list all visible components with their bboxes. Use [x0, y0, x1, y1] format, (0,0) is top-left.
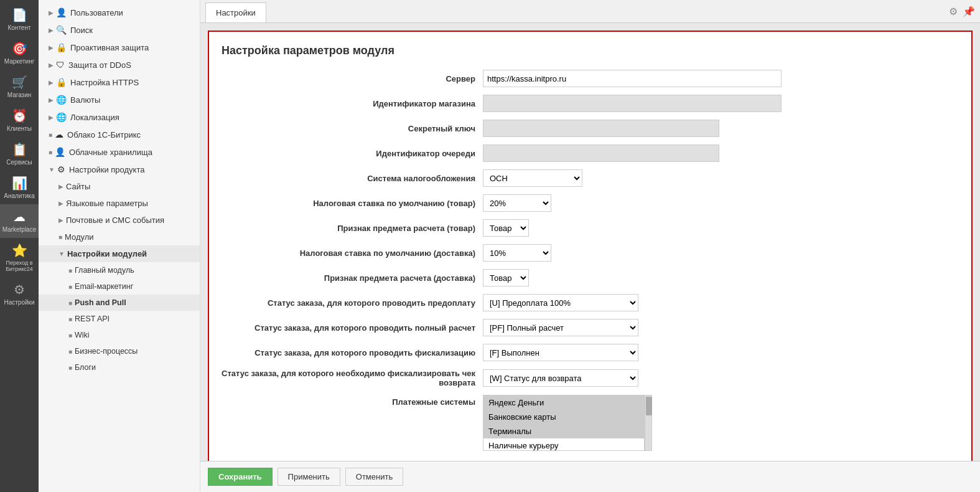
nav-item-modulesettings[interactable]: ▼ Настройки модулей — [39, 245, 200, 262]
control-secretkey — [483, 120, 782, 137]
tab-action-icons: ⚙ 📌 — [949, 6, 975, 17]
nav-item-restapi[interactable]: ■ REST API — [39, 311, 200, 327]
main-content: Настройки ⚙ 📌 Настройка параметров модул… — [200, 0, 980, 492]
select-statusprepay[interactable]: [U] Предоплата 100% [N] Новый [P] Принят — [483, 294, 638, 311]
sidebar-item-label: Контент — [7, 24, 30, 31]
tab-bar: Настройки ⚙ 📌 — [200, 0, 980, 23]
gear-icon[interactable]: ⚙ — [949, 6, 958, 17]
apply-button[interactable]: Применить — [278, 468, 340, 486]
nav-item-cloud[interactable]: ■ ☁ Облако 1С-Битрикс — [39, 126, 200, 143]
sidebar-item-clients[interactable]: ⏰ Клиенты — [0, 103, 39, 137]
select-calcsigndelivery[interactable]: Товар Услуга — [483, 269, 529, 286]
nav-item-https[interactable]: ▶ 🔒 Настройка HTTPS — [39, 73, 200, 91]
nav-item-users[interactable]: ▶ 👤 Пользователи — [39, 4, 200, 21]
payment-item-cards[interactable]: Банковские карты — [483, 410, 644, 424]
arrow-icon: ▶ — [58, 183, 63, 190]
cloud-icon: ☁ — [55, 130, 63, 140]
pin-icon[interactable]: 📌 — [963, 6, 975, 17]
input-server[interactable] — [483, 70, 782, 87]
users-icon: 👤 — [56, 7, 67, 17]
bitrix24-icon: ⭐ — [12, 243, 27, 258]
save-button[interactable]: Сохранить — [208, 468, 273, 486]
select-taxsystem[interactable]: ОСН УСН доход УСН расход — [483, 169, 582, 187]
cancel-button[interactable]: Отменить — [345, 468, 403, 486]
nav-item-modules[interactable]: ■ Модули — [39, 229, 200, 245]
arrow-icon: ■ — [58, 234, 62, 240]
nav-item-label: Облачные хранилища — [69, 148, 152, 157]
input-queueid[interactable] — [483, 144, 719, 162]
nav-item-ddos[interactable]: ▶ 🛡 Защита от DDoS — [39, 56, 200, 73]
form-row-taxsystem: Система налогообложения ОСН УСН доход УС… — [222, 169, 959, 187]
nav-item-label: Главный модуль — [75, 266, 134, 275]
label-taxrategoods: Налоговая ставка по умолчанию (товар) — [222, 199, 483, 208]
form-row-taxrategoods: Налоговая ставка по умолчанию (товар) 20… — [222, 194, 959, 212]
select-taxratedelivery[interactable]: 10% 20% 0% — [483, 244, 551, 262]
content-area: Настройка параметров модуля Сервер Идент… — [200, 23, 980, 461]
control-taxratedelivery: 10% 20% 0% — [483, 244, 782, 262]
nav-item-productsettings[interactable]: ▼ ⚙ Настройки продукта — [39, 161, 200, 178]
localization-icon: 🌐 — [56, 112, 67, 122]
label-shopid: Идентификатор магазина — [222, 99, 483, 108]
sidebar-item-settings[interactable]: ⚙ Настройки — [0, 277, 39, 311]
nav-item-blogs[interactable]: ■ Блоги — [39, 359, 200, 376]
arrow-icon: ■ — [49, 149, 52, 156]
sidebar-item-marketing[interactable]: 🎯 Маркетинг — [0, 36, 39, 70]
label-statusfiscal: Статус заказа, для которого проводить фи… — [222, 348, 483, 357]
nav-item-currency[interactable]: ▶ 🌐 Валюты — [39, 91, 200, 108]
arrow-icon: ▶ — [49, 9, 54, 16]
control-statusfullpay: [PF] Полный расчет [N] Новый — [483, 319, 782, 336]
sidebar-item-analytics[interactable]: 📊 Аналитика — [0, 171, 39, 204]
sidebar-item-marketplace[interactable]: ☁ Marketplace — [0, 204, 39, 238]
nav-item-wiki[interactable]: ■ Wiki — [39, 327, 200, 343]
analytics-icon: 📊 — [12, 176, 27, 191]
nav-item-language[interactable]: ▶ Языковые параметры — [39, 195, 200, 212]
control-calcsigndelivery: Товар Услуга — [483, 269, 782, 286]
control-taxsystem: ОСН УСН доход УСН расход — [483, 169, 782, 187]
tab-settings[interactable]: Настройки — [205, 2, 266, 22]
nav-item-mailevents[interactable]: ▶ Почтовые и СМС события — [39, 212, 200, 229]
nav-item-sites[interactable]: ▶ Сайты — [39, 178, 200, 195]
settings-icon: ⚙ — [14, 282, 25, 297]
nav-item-search[interactable]: ▶ 🔍 Поиск — [39, 21, 200, 39]
select-statusfullpay[interactable]: [PF] Полный расчет [N] Новый — [483, 319, 638, 336]
payment-item-cash[interactable]: Наличные курьеру — [483, 438, 644, 451]
input-shopid[interactable] — [483, 95, 782, 112]
payment-item-terminals[interactable]: Терминалы — [483, 424, 644, 438]
listbox-scrollbar[interactable] — [645, 395, 652, 451]
label-secretkey: Секретный ключ — [222, 124, 483, 133]
select-statusfiscal[interactable]: [F] Выполнен [N] Новый — [483, 344, 638, 361]
select-calcsigngoods[interactable]: Товар Услуга — [483, 219, 529, 237]
nav-item-pushandpull[interactable]: ■ Push and Pull — [39, 295, 200, 311]
form-row-statusfiscal: Статус заказа, для которого проводить фи… — [222, 344, 959, 361]
nav-item-localization[interactable]: ▶ 🌐 Локализация — [39, 108, 200, 126]
select-statusreturn[interactable]: [W] Статус для возврата [N] Новый — [483, 369, 638, 387]
arrow-icon: ▶ — [49, 44, 54, 51]
productsettings-icon: ⚙ — [57, 164, 65, 174]
nav-item-cloudstorage[interactable]: ■ 👤 Облачные хранилища — [39, 143, 200, 161]
select-taxrategoods[interactable]: 20% 18% 10% 0% — [483, 194, 551, 212]
nav-item-label: Push and Pull — [75, 298, 126, 307]
nav-item-label: Wiki — [75, 331, 90, 339]
nav-item-label: Поиск — [70, 26, 93, 35]
nav-item-label: Языковые параметры — [66, 199, 148, 208]
nav-item-mainmodule[interactable]: ■ Главный модуль — [39, 262, 200, 278]
nav-item-bizprocesses[interactable]: ■ Бизнес-процессы — [39, 343, 200, 359]
payment-item-yandex[interactable]: Яндекс Деньги — [483, 395, 644, 410]
nav-item-emailmarketing[interactable]: ■ Email-маркетинг — [39, 278, 200, 295]
nav-item-label: Блоги — [75, 363, 96, 372]
nav-item-label: Локализация — [70, 113, 119, 122]
services-icon: 📋 — [12, 142, 27, 157]
sidebar-item-shop[interactable]: 🛒 Магазин — [0, 70, 39, 103]
arrow-icon: ▶ — [49, 62, 54, 69]
sidebar-item-bitrix24[interactable]: ⭐ Переход в Битрикс24 — [0, 238, 39, 277]
sidebar-item-services[interactable]: 📋 Сервисы — [0, 137, 39, 171]
marketing-icon: 🎯 — [12, 41, 27, 56]
input-secretkey[interactable] — [483, 120, 719, 137]
sidebar-item-label: Маркетинг — [4, 58, 35, 65]
arrow-icon: ■ — [68, 267, 72, 274]
sidebar-item-content[interactable]: 📄 Контент — [0, 2, 39, 36]
nav-item-label: Настройки продукта — [69, 165, 145, 174]
form-row-queueid: Идентификатор очереди — [222, 144, 959, 162]
nav-item-proactive[interactable]: ▶ 🔒 Проактивная защита — [39, 39, 200, 56]
label-statusreturn: Статус заказа, для которого необходимо ф… — [222, 369, 483, 387]
